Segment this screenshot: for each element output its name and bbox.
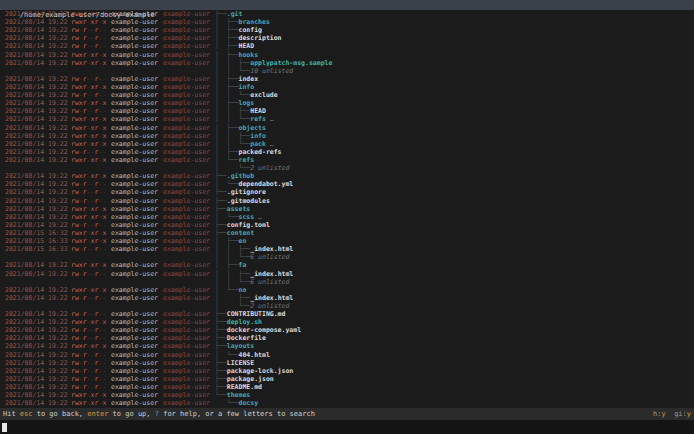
row-owner: example-user — [111, 107, 163, 115]
tree-row[interactable]: 2021/08/14 19:22rw-r--r--example-userexa… — [0, 34, 694, 42]
tree-row[interactable]: 2021/08/14 19:22rwxr-xr-xexample-userexa… — [0, 83, 694, 91]
row-perms: rw-r--r-- — [71, 310, 111, 318]
row-tree: │ ├──objects — [215, 124, 694, 132]
row-datetime: 2021/08/14 19:22 — [0, 391, 71, 399]
row-owner: example-user — [111, 375, 163, 383]
row-owner: example-user — [111, 188, 163, 196]
tree-row[interactable]: 2021/08/14 19:22rw-r--r--example-userexa… — [0, 180, 694, 188]
tree-row[interactable]: 2021/08/14 19:22rwxr-xr-xexample-userexa… — [0, 132, 694, 140]
tree-row[interactable]: │ └──2 unlisted — [0, 302, 694, 310]
row-perms: rwxr-xr-x — [71, 399, 111, 407]
row-datetime: 2021/08/14 19:22 — [0, 221, 71, 229]
tree-row[interactable]: 2021/08/14 19:22rw-r--r--example-userexa… — [0, 383, 694, 391]
tree-row[interactable]: 2021/08/15 16:33rwxr-xr-xexample-userexa… — [0, 237, 694, 245]
tree-row[interactable]: │ │ └──10 unlisted — [0, 67, 694, 75]
unlisted-count: 6 unlisted — [250, 253, 289, 261]
row-tree: └──themes — [215, 391, 694, 399]
row-tree: ├──docker-compose.yaml — [215, 326, 694, 334]
row-datetime: 2021/08/14 19:22 — [0, 132, 71, 140]
tree-row[interactable]: 2021/08/14 19:22rwxr-xr-xexample-userexa… — [0, 115, 694, 123]
entry-name: .gitignore — [227, 188, 266, 196]
tree-row[interactable]: 2021/08/14 19:22rw-r--r--example-userexa… — [0, 42, 694, 50]
unlisted-count: 10 unlisted — [250, 67, 293, 75]
tree-row[interactable]: 2021/08/14 19:22rw-r--r--example-userexa… — [0, 221, 694, 229]
row-owner: example-user — [111, 132, 163, 140]
tree-row[interactable]: 2021/08/15 16:32rwxr-xr-xexample-userexa… — [0, 229, 694, 237]
tree-branch-lines: │ │ └── — [215, 115, 250, 123]
tree-row[interactable]: 2021/08/14 19:22rwxr-xr-xexample-userexa… — [0, 391, 694, 399]
tree-row[interactable]: 2021/08/14 19:22rwxr-xr-xexample-userexa… — [0, 286, 694, 294]
truncation-ellipsis: … — [266, 115, 274, 123]
tree-row[interactable]: 2021/08/14 19:22rwxr-xr-xexample-userexa… — [0, 59, 694, 67]
row-group: example-user — [163, 229, 215, 237]
row-datetime: 2021/08/14 19:22 — [0, 188, 71, 196]
row-group: example-user — [163, 342, 215, 350]
tree-row[interactable]: │ │ └──6 unlisted — [0, 253, 694, 261]
tree-row[interactable]: 2021/08/14 19:22rw-r--r--example-userexa… — [0, 197, 694, 205]
tree-row[interactable]: 2021/08/14 19:22rw-r--r--example-userexa… — [0, 375, 694, 383]
row-owner: example-user — [111, 245, 163, 253]
row-group: example-user — [163, 99, 215, 107]
tree-row[interactable]: 2021/08/14 19:22rw-r--r--example-userexa… — [0, 107, 694, 115]
path-bar: /home/example-user/docsy-example — [0, 0, 694, 10]
row-tree: │ └──refs — [215, 156, 694, 164]
row-owner: example-user — [111, 18, 163, 26]
tree-row[interactable]: 2021/08/14 19:22rw-r--r--example-userexa… — [0, 334, 694, 342]
tree-row[interactable]: 2021/08/14 19:22rw-r--r--example-userexa… — [0, 351, 694, 359]
row-perms: rwxr-xr-x — [71, 51, 111, 59]
tree-row[interactable]: 2021/08/14 19:22rwxr-xr-xexample-userexa… — [0, 140, 694, 148]
tree-row[interactable]: 2021/08/14 19:22rw-r--r--example-userexa… — [0, 75, 694, 83]
entry-name: 404.html — [238, 351, 269, 359]
row-owner: example-user — [111, 205, 163, 213]
tree-row[interactable]: 2021/08/14 19:22rw-r--r--example-userexa… — [0, 148, 694, 156]
tree-row[interactable]: 2021/08/14 19:22rwxr-xr-xexample-userexa… — [0, 51, 694, 59]
tree-row[interactable]: 2021/08/15 16:33rw-r--r--example-userexa… — [0, 245, 694, 253]
row-owner: example-user — [111, 229, 163, 237]
tree-row[interactable]: 2021/08/14 19:22rwxr-xr-xexample-userexa… — [0, 213, 694, 221]
tree-row[interactable]: 2021/08/14 19:22rwxr-xr-xexample-userexa… — [0, 99, 694, 107]
tree-row[interactable]: 2021/08/14 19:22rw-r--r--example-userexa… — [0, 326, 694, 334]
tree-row[interactable]: │ │ └──6 unlisted — [0, 278, 694, 286]
tree-row[interactable]: 2021/08/14 19:22rwxr-xr-xexample-userexa… — [0, 399, 694, 407]
row-tree: │ ├──logs — [215, 99, 694, 107]
row-group: example-user — [163, 286, 215, 294]
flag-label: gi — [674, 410, 682, 418]
search-input[interactable] — [0, 420, 694, 434]
row-datetime: 2021/08/14 19:22 — [0, 286, 71, 294]
entry-name: logs — [238, 99, 254, 107]
tree-row[interactable]: 2021/08/14 19:22rwxr-xr-xexample-userexa… — [0, 18, 694, 26]
row-group: example-user — [163, 197, 215, 205]
tree-row[interactable]: 2021/08/14 19:22rw-r--r--example-userexa… — [0, 91, 694, 99]
row-group: example-user — [163, 124, 215, 132]
tree-row[interactable]: 2021/08/14 19:22rwxr-xr-xexample-userexa… — [0, 124, 694, 132]
row-group: example-user — [163, 34, 215, 42]
row-datetime: 2021/08/14 19:22 — [0, 115, 71, 123]
tree-row[interactable]: 2021/08/14 19:22rw-r--r--example-userexa… — [0, 294, 694, 302]
tree-row[interactable]: 2021/08/14 19:22rw-r--r--example-userexa… — [0, 310, 694, 318]
tree-row[interactable]: 2021/08/14 19:22rw-r--r--example-userexa… — [0, 26, 694, 34]
row-owner: example-user — [111, 318, 163, 326]
tree-row[interactable]: 2021/08/14 19:22rw-r--r--example-userexa… — [0, 359, 694, 367]
tree-row[interactable]: │ └──2 unlisted — [0, 164, 694, 172]
tree-row[interactable]: 2021/08/14 19:22rwxr-xr-xexample-userexa… — [0, 156, 694, 164]
tree-branch-lines: ├── — [215, 188, 227, 196]
tree-branch-lines: ├── — [215, 375, 227, 383]
tree-row[interactable]: 2021/08/14 19:22rw-r--r--example-userexa… — [0, 188, 694, 196]
row-group: example-user — [163, 326, 215, 334]
tree-branch-lines: │ └── — [215, 156, 238, 164]
row-group: example-user — [163, 188, 215, 196]
row-tree: │ │ └──pack … — [215, 140, 694, 148]
tree-row[interactable]: 2021/08/14 19:22rwxr-xr-xexample-userexa… — [0, 172, 694, 180]
tree-row[interactable]: 2021/08/14 19:22rwxr-xr-xexample-userexa… — [0, 261, 694, 269]
row-perms: rwxr-xr-x — [71, 286, 111, 294]
row-group: example-user — [163, 51, 215, 59]
row-datetime: 2021/08/14 19:22 — [0, 140, 71, 148]
tree-branch-lines: │ ├── — [215, 99, 238, 107]
tree-row[interactable]: 2021/08/14 19:22rwxr-xr-xexample-userexa… — [0, 10, 694, 18]
tree-row[interactable]: 2021/08/14 19:22rw-r--r--example-userexa… — [0, 270, 694, 278]
tree-row[interactable]: 2021/08/14 19:22rwxr-xr-xexample-userexa… — [0, 205, 694, 213]
row-perms: rwxr-xr-x — [71, 140, 111, 148]
tree-row[interactable]: 2021/08/14 19:22rwxr-xr-xexample-userexa… — [0, 342, 694, 350]
tree-row[interactable]: 2021/08/14 19:22rwxr-xr-xexample-userexa… — [0, 318, 694, 326]
tree-row[interactable]: 2021/08/14 19:22rw-r--r--example-userexa… — [0, 367, 694, 375]
